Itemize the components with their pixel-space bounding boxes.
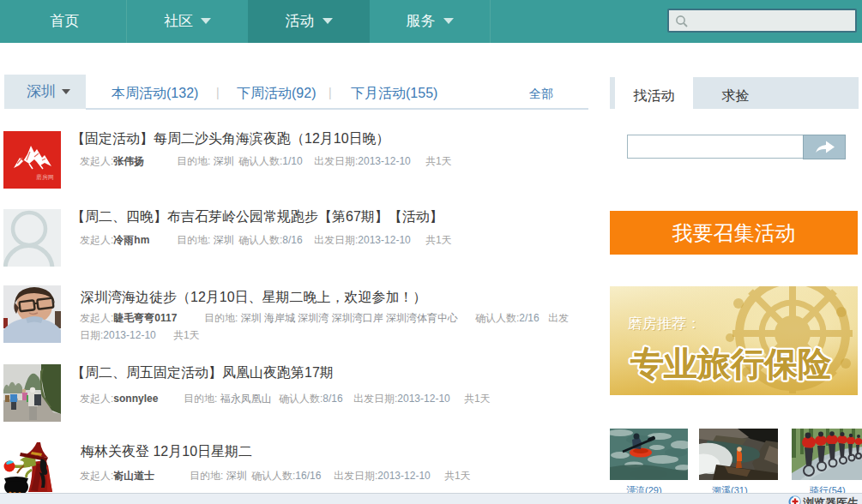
svg-text:专业旅行保险: 专业旅行保险 (630, 345, 831, 382)
svg-text:磨房推荐：: 磨房推荐： (628, 315, 701, 332)
svg-text:磨房网: 磨房网 (36, 174, 54, 180)
